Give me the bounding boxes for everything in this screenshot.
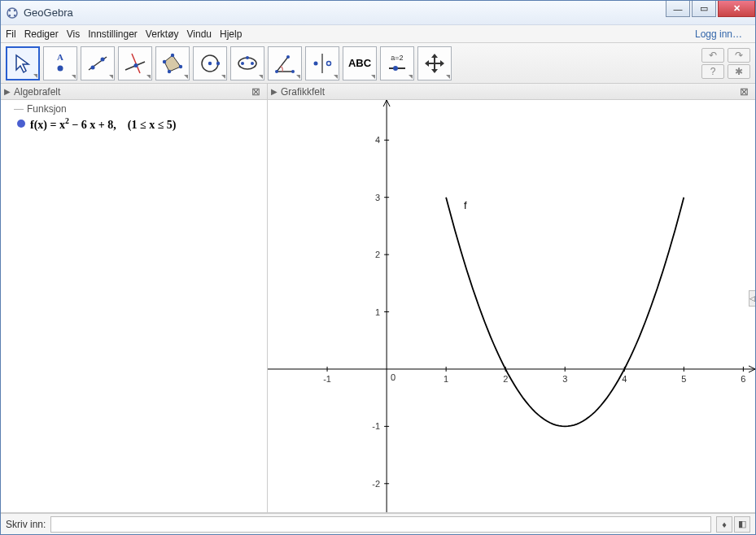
tool-circle[interactable] (193, 46, 227, 80)
svg-point-16 (168, 69, 171, 72)
app-icon (6, 7, 19, 20)
tool-point[interactable]: A (43, 46, 77, 80)
svg-point-15 (179, 64, 182, 67)
tool-line[interactable] (81, 46, 115, 80)
svg-point-14 (171, 53, 174, 56)
tool-ellipse[interactable] (230, 46, 264, 80)
side-handle[interactable]: ◁ (749, 290, 755, 307)
menu-innstillinger[interactable]: Innstillinger (88, 28, 138, 40)
svg-point-12 (134, 63, 138, 67)
graph-canvas[interactable]: -10123456-2-11234f (268, 100, 755, 512)
svg-point-33 (393, 66, 398, 71)
svg-point-1 (9, 9, 11, 11)
titlebar[interactable]: GeoGebra — ▭ ✕ (1, 1, 755, 25)
menu-rediger[interactable]: Rediger (24, 28, 59, 40)
svg-text:f: f (464, 199, 467, 211)
algebra-expression: f(x) = x2 − 6 x + 8, (1 ≤ x ≤ 5) (30, 116, 177, 132)
tool-text[interactable]: ABC (343, 46, 377, 80)
menu-fil[interactable]: Fil (6, 28, 16, 40)
svg-text:1: 1 (375, 307, 380, 317)
visibility-dot-icon[interactable] (17, 120, 25, 128)
graph-panel: ▶ Grafikkfelt ⊠ -10123456-2-11234f ◁ (268, 84, 755, 512)
svg-point-27 (286, 55, 290, 59)
algebra-title: Algebrafelt (14, 86, 60, 98)
menu-vis[interactable]: Vis (67, 28, 80, 40)
svg-point-19 (208, 61, 212, 64)
svg-point-24 (246, 56, 249, 59)
svg-point-3 (9, 14, 11, 15)
svg-text:-2: -2 (372, 479, 380, 489)
graph-close-icon[interactable]: ⊠ (736, 85, 752, 98)
tool-slider[interactable]: a=2 (380, 46, 414, 80)
undo-button[interactable]: ↶ (701, 48, 724, 63)
svg-point-4 (14, 14, 15, 15)
algebra-group-label[interactable]: —Funksjon (14, 103, 262, 115)
toolbar: A ABC (1, 43, 755, 84)
menu-verktoy[interactable]: Verktøy (146, 28, 179, 40)
menu-hjelp[interactable]: Hjelp (220, 28, 242, 40)
inputbar: Skriv inn: ♦ ◧ (1, 513, 755, 534)
chevron-right-icon: ▶ (271, 87, 277, 96)
minimize-button[interactable]: — (666, 1, 690, 17)
svg-text:2: 2 (503, 374, 508, 384)
svg-text:6: 6 (741, 374, 745, 384)
svg-point-8 (91, 65, 95, 69)
menu-vindu[interactable]: Vindu (187, 28, 212, 40)
algebra-header[interactable]: ▶ Algebrafelt ⊠ (1, 84, 267, 100)
graph-header[interactable]: ▶ Grafikkfelt ⊠ (268, 84, 755, 100)
svg-point-2 (14, 9, 15, 11)
graph-title: Grafikkfelt (281, 86, 325, 98)
svg-point-22 (241, 62, 244, 65)
svg-point-23 (251, 62, 254, 65)
algebra-body: —Funksjon f(x) = x2 − 6 x + 8, (1 ≤ x ≤ … (1, 100, 267, 512)
svg-text:2: 2 (375, 250, 380, 259)
close-button[interactable]: ✕ (718, 1, 755, 17)
svg-point-17 (163, 59, 166, 63)
svg-text:3: 3 (562, 374, 567, 384)
svg-point-25 (275, 70, 278, 73)
app-window: GeoGebra — ▭ ✕ Fil Rediger Vis Innstilli… (0, 0, 756, 535)
tool-polygon[interactable] (155, 46, 190, 80)
svg-point-6 (58, 65, 63, 71)
svg-point-29 (314, 61, 318, 65)
help-button[interactable]: ? (701, 64, 724, 79)
input-help-button[interactable]: ◧ (734, 516, 750, 533)
svg-text:4: 4 (375, 135, 380, 145)
svg-point-26 (291, 70, 295, 73)
svg-text:0: 0 (391, 372, 395, 382)
panels: ▶ Algebrafelt ⊠ —Funksjon f(x) = x2 − 6 … (1, 84, 755, 513)
svg-text:-1: -1 (323, 374, 331, 384)
algebra-panel: ▶ Algebrafelt ⊠ —Funksjon f(x) = x2 − 6 … (1, 84, 268, 512)
tool-perpendicular[interactable] (118, 46, 152, 80)
maximize-button[interactable]: ▭ (692, 1, 716, 17)
tool-angle[interactable] (268, 46, 302, 80)
svg-text:a=2: a=2 (391, 54, 403, 62)
input-dropdown-button[interactable]: ♦ (716, 516, 732, 533)
tool-move[interactable] (6, 46, 40, 80)
tool-reflect[interactable] (305, 46, 339, 80)
chart-svg: -10123456-2-11234f (268, 100, 755, 512)
input-field[interactable] (50, 516, 711, 533)
svg-text:1: 1 (444, 374, 448, 384)
inputbar-label: Skriv inn: (6, 519, 46, 530)
svg-point-20 (216, 61, 220, 64)
svg-marker-13 (164, 55, 181, 72)
svg-point-0 (7, 8, 17, 18)
svg-text:5: 5 (681, 374, 686, 384)
svg-text:4: 4 (622, 374, 627, 384)
toolbar-right: ↶ ↷ ? ✱ (701, 48, 750, 79)
gear-icon: ✱ (735, 66, 743, 77)
svg-point-30 (327, 61, 331, 65)
chevron-right-icon: ▶ (4, 87, 11, 96)
svg-point-9 (101, 57, 105, 61)
svg-text:3: 3 (375, 193, 380, 202)
svg-text:-1: -1 (372, 421, 380, 431)
menubar: Fil Rediger Vis Innstillinger Verktøy Vi… (1, 25, 755, 43)
svg-text:A: A (57, 52, 63, 62)
algebra-close-icon[interactable]: ⊠ (248, 85, 264, 98)
algebra-item[interactable]: f(x) = x2 − 6 x + 8, (1 ≤ x ≤ 5) (17, 116, 262, 132)
settings-button[interactable]: ✱ (728, 64, 750, 79)
redo-button[interactable]: ↷ (728, 48, 750, 63)
tool-move-view[interactable] (417, 46, 452, 80)
login-link[interactable]: Logg inn… (695, 28, 742, 40)
